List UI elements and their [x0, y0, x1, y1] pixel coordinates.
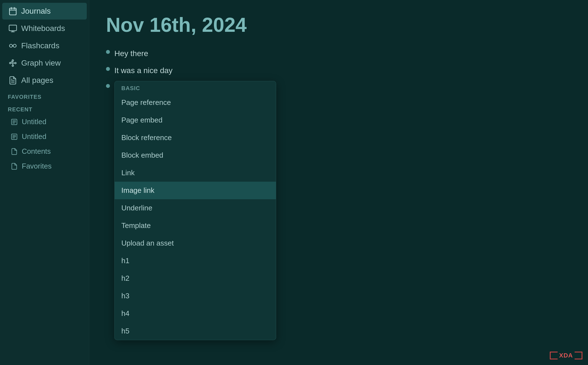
sidebar-nav: Journals Whiteboards Flash [0, 2, 89, 89]
sidebar-item-label: Flashcards [21, 41, 59, 50]
sidebar-recent-item-label: Untitled [22, 117, 46, 126]
dropdown-section-label: BASIC [115, 81, 276, 94]
calendar-icon [8, 6, 18, 16]
xda-bracket-right [575, 352, 582, 359]
sidebar-item-whiteboards[interactable]: Whiteboards [2, 20, 87, 37]
list-item: It was a nice day [106, 64, 571, 77]
sidebar-item-all-pages[interactable]: All pages [2, 72, 87, 89]
main-content: Nov 16th, 2024 Hey there It was a nice d… [89, 0, 588, 365]
recent-section-label: RECENT [0, 102, 89, 114]
dropdown-item-block-reference[interactable]: Block reference [115, 129, 276, 147]
content-area: Hey there It was a nice day / BASIC Page… [106, 47, 571, 352]
sidebar-item-label: Whiteboards [21, 24, 65, 33]
sidebar-recent-item-label: Untitled [22, 132, 46, 141]
svg-rect-0 [9, 8, 16, 15]
sidebar-item-favorites-page[interactable]: Favorites [2, 159, 87, 173]
sidebar-recent-item-label: Contents [22, 147, 51, 156]
page-icon [10, 118, 18, 126]
dropdown-item-template[interactable]: Template [115, 217, 276, 234]
bullet-dot [106, 50, 110, 54]
bullet-dot [106, 84, 110, 88]
dropdown-item-block-embed[interactable]: Block embed [115, 147, 276, 164]
dropdown-item-link[interactable]: Link [115, 164, 276, 182]
sidebar-item-label: All pages [21, 76, 53, 85]
xda-text: XDA [559, 352, 573, 359]
bullet-dot [106, 67, 110, 71]
dropdown-item-h1[interactable]: h1 [115, 252, 276, 270]
svg-line-16 [11, 61, 12, 63]
bullet-text: Hey there [114, 47, 148, 60]
dropdown-item-underline[interactable]: Underline [115, 199, 276, 217]
favorites-section-label: FAVORITES [0, 89, 89, 102]
bullet-text: It was a nice day [114, 64, 173, 77]
sidebar-item-graph-view[interactable]: Graph view [2, 55, 87, 71]
sidebar-item-label: Graph view [21, 59, 61, 68]
dropdown-item-image-link[interactable]: Image link [115, 182, 276, 199]
sidebar: Journals Whiteboards Flash [0, 0, 89, 365]
slash-dropdown-menu: BASIC Page reference Page embed Block re… [114, 81, 276, 340]
whiteboard-icon [8, 23, 18, 33]
pages-icon [8, 75, 18, 85]
sidebar-recent-item-label: Favorites [22, 162, 52, 171]
svg-point-7 [9, 44, 13, 47]
doc-icon [10, 147, 18, 156]
dropdown-item-h3[interactable]: h3 [115, 287, 276, 305]
sidebar-item-journals[interactable]: Journals [2, 3, 87, 20]
dropdown-item-h4[interactable]: h4 [115, 305, 276, 322]
flashcards-icon [8, 41, 18, 51]
dropdown-item-upload-asset[interactable]: Upload an asset [115, 234, 276, 252]
dropdown-item-h2[interactable]: h2 [115, 270, 276, 287]
svg-point-8 [13, 44, 16, 47]
xda-watermark: XDA [550, 352, 582, 359]
graph-icon [8, 58, 18, 68]
svg-rect-4 [9, 25, 17, 31]
page-title: Nov 16th, 2024 [106, 13, 571, 36]
sidebar-item-flashcards[interactable]: Flashcards [2, 37, 87, 54]
page-icon [10, 133, 18, 141]
list-item: Hey there [106, 47, 571, 60]
dropdown-item-h5[interactable]: h5 [115, 322, 276, 340]
sidebar-item-contents[interactable]: Contents [2, 144, 87, 159]
dropdown-item-page-reference[interactable]: Page reference [115, 94, 276, 111]
sidebar-item-label: Journals [21, 7, 51, 16]
xda-bracket-left [550, 352, 558, 359]
sidebar-item-untitled-1[interactable]: Untitled [2, 115, 87, 129]
sidebar-item-untitled-2[interactable]: Untitled [2, 129, 87, 144]
doc-icon [10, 162, 18, 171]
dropdown-item-page-embed[interactable]: Page embed [115, 111, 276, 129]
